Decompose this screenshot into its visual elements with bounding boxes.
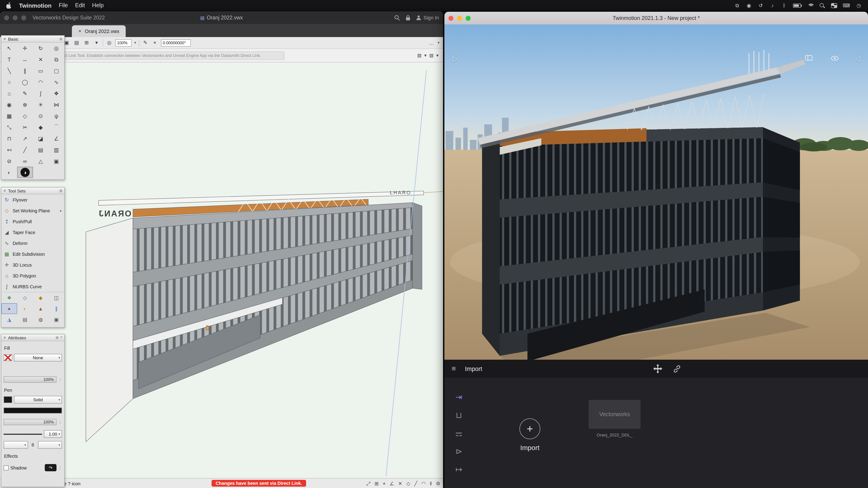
polygon-tool[interactable]: ⌂ [1,88,17,99]
pen-style-swatch[interactable] [4,396,12,403]
eye-icon[interactable] [831,56,839,61]
display-icon[interactable]: ⧉ [734,2,740,8]
zoom-caret-icon[interactable]: ▾ [134,41,136,45]
loop-tool[interactable]: ∞ [17,156,33,167]
set-working-plane-tool[interactable]: ◇ Set Working Plane ▸ [1,205,64,216]
deform-tool[interactable]: ∿ Deform [1,238,64,249]
wall-tool[interactable]: ▤ [17,314,33,325]
close-window-button[interactable] [448,15,454,21]
selection-tool[interactable]: ↖ [1,42,17,54]
grid-tool[interactable]: ▦ [1,110,17,122]
fit-view-icon[interactable]: ⤢ [366,481,370,486]
arc-tool[interactable]: ◠ [33,76,49,88]
pen-opacity-stepper[interactable]: ⋮ [58,420,62,424]
3d-locus-tool[interactable]: ✛ 3D Locus [1,259,64,270]
spiral-tool[interactable]: ◉ [1,99,17,110]
input-source-icon[interactable]: ⌨ [843,2,850,8]
menu-help[interactable]: Help [92,2,103,8]
zoom-window-button[interactable] [21,15,26,20]
rectangle-tool[interactable]: ▭ [33,65,49,76]
3d-polygon-tool[interactable]: ⌂ 3D Polygon [1,270,64,281]
import-panel-icon[interactable]: ⇥ [456,393,462,401]
palette-header[interactable]: ✕ Attributes ⊞ ? [1,334,64,341]
zoom-tool[interactable]: ◎ [49,42,64,54]
mesh-tool[interactable]: ◫ [49,292,64,303]
sign-in-button[interactable]: Sign In [416,15,439,20]
render-style-tool[interactable]: ◐ [1,167,17,178]
pen-color-bar[interactable] [4,408,62,414]
play-icon[interactable]: ▷ [453,54,458,62]
hemisphere-tool[interactable]: ◐ [17,303,33,314]
extrude-tool[interactable]: ❖ [1,292,17,303]
palette-header[interactable]: ✕ Tool Sets ⊞ [1,188,64,194]
grid-snap-icon[interactable]: ⊞ [375,481,379,486]
protractor-tool[interactable]: ∠ [49,133,64,144]
shadow-checkbox[interactable] [4,465,8,470]
snap-grid-icon[interactable]: ⊞ [83,40,90,46]
shear-tool[interactable]: ◪ [33,133,49,144]
pyramid-primitive-tool[interactable]: ◮ [1,314,17,325]
import-button[interactable]: + Import [520,418,540,451]
pen-mode-icon[interactable]: ✎ [142,40,149,46]
zoom-level-input[interactable] [115,39,131,46]
menu-file[interactable]: File [59,2,68,8]
datasmith-direct-link-tool[interactable]: ◑ [17,167,33,178]
palette-grid-icon[interactable]: ⊞ [56,335,59,339]
pyramid-tool[interactable]: △ [33,156,49,167]
text-tool[interactable]: T [1,54,17,65]
active-app-name[interactable]: Twinmotion [19,2,52,9]
chamfer-tool[interactable]: ⌒ [49,122,64,133]
end-marker-select[interactable]: ▾ [38,441,62,449]
zoom-window-button[interactable] [466,15,471,21]
screen-record-icon[interactable]: ◉ [746,2,752,8]
object-snap-icon[interactable]: ⌖ [383,481,385,486]
fill-opacity-slider[interactable]: 100% [4,377,57,383]
settings-icon[interactable]: ⚙ [436,481,440,486]
rotation-angle-input[interactable] [161,39,191,46]
palette-header[interactable]: ✕ Basic ⊞ [1,36,64,42]
flyover-tool[interactable]: ↻ Flyover [1,194,64,205]
pen-style-select[interactable]: Solid ▾ [14,396,62,403]
texture-mode-icon[interactable]: ▧ [429,53,434,58]
freehand-tool[interactable]: ∿ [49,76,64,88]
marker-style-icon[interactable]: 8 [30,442,36,447]
search-icon[interactable] [394,15,400,21]
offset-tool[interactable]: ⊓ [1,133,17,144]
minimize-window-button[interactable] [457,15,462,21]
reshape-tool[interactable]: ◇ [17,110,33,122]
time-machine-icon[interactable]: ↺ [758,2,764,8]
edit-subdivision-tool[interactable]: ▦ Edit Subdivision [1,249,64,259]
fill-opacity-stepper[interactable]: ⋮ [58,378,62,382]
taper-face-tool[interactable]: ◢ Taper Face [1,227,64,238]
nurbs-curve-tool[interactable]: ʃ NURBS Curve [1,281,64,292]
media-panel-icon[interactable]: ⊳ [456,447,462,455]
palette-help-icon[interactable]: ? [60,335,62,339]
palette-grid-icon[interactable]: ⊞ [59,189,62,193]
tape-measure-tool[interactable]: ↤ [1,144,17,156]
smart-edge-icon[interactable]: ╱ [414,481,417,486]
palette-close-icon[interactable]: ✕ [3,189,6,193]
disc-tool[interactable]: ◍ [33,314,49,325]
pen-opacity-slider[interactable]: 100% [4,419,57,425]
pan-tool[interactable]: ✛ [17,42,33,54]
link-icon[interactable] [673,365,681,375]
close-window-button[interactable] [4,15,9,20]
mirror-tool[interactable]: ✕ [33,54,49,65]
apple-menu[interactable] [6,2,12,8]
angle-snap-icon[interactable]: ∠ [390,481,394,486]
minimize-window-button[interactable] [13,15,18,20]
wifi-icon[interactable] [807,3,813,8]
box-tool[interactable]: ▣ [49,314,64,325]
intersection-snap-icon[interactable]: ✕ [398,481,402,486]
double-line-tool[interactable]: ∥ [17,65,33,76]
toolbar-overflow-caret-icon[interactable]: ▾ [438,41,439,45]
palette-close-icon[interactable]: ✕ [3,37,6,41]
zoom-magnifier-icon[interactable]: ◎ [106,40,113,46]
clock-icon[interactable]: ◷ [856,2,862,8]
rounded-rectangle-tool[interactable]: ▢ [49,65,64,76]
caret-down-icon[interactable]: ▾ [424,53,427,58]
offset-point-tool[interactable]: ⊕ [17,99,33,110]
palette-close-icon[interactable]: ✕ [3,335,6,339]
hamburger-menu-icon[interactable]: ≡ [452,365,456,373]
collapse-panel-icon[interactable]: ◁ [855,54,860,62]
